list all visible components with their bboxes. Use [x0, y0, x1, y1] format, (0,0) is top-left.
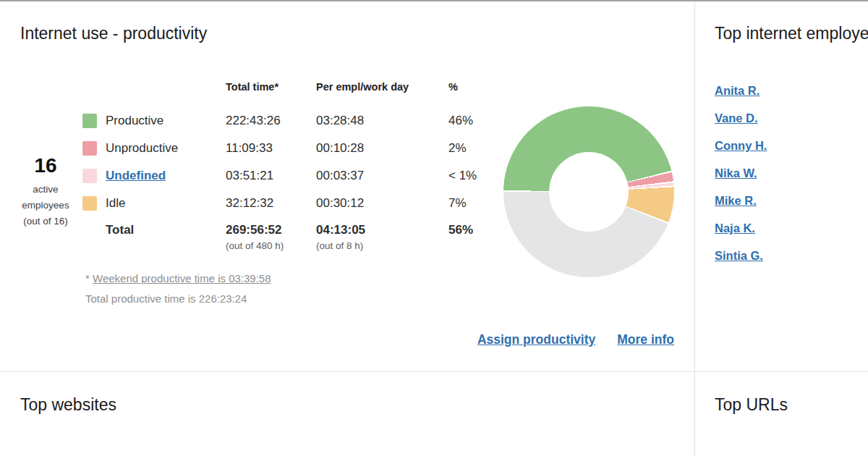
employee-link[interactable]: Vane D.: [715, 111, 758, 124]
total-label: Total: [106, 222, 226, 238]
undefined-swatch: [82, 169, 97, 183]
row-total-time: 11:09:33: [226, 141, 316, 156]
employee-link[interactable]: Mike R.: [715, 194, 757, 207]
employee-link[interactable]: Nika W.: [715, 166, 757, 180]
row-total-time: 03:51:21: [226, 169, 316, 183]
table-row-undefined: Undefined 03:51:21 00:03:37 < 1%: [82, 162, 521, 190]
total-productive-footnote: Total productive time is 226:23:24: [85, 292, 271, 305]
top-border-line: [0, 0, 868, 1]
header-per-empl: Per empl/work day: [316, 81, 448, 93]
active-employees-summary: 16 active employees (out of 16): [13, 154, 78, 229]
table-header-row: Total time* Per empl/work day %: [82, 81, 521, 107]
employee-list-item: Conny H.: [715, 139, 767, 166]
employee-list-item: Nika W.: [715, 166, 767, 194]
action-links: Assign productivity More info: [405, 332, 674, 347]
top-employees-panel-title: Top internet employees: [715, 24, 868, 43]
more-info-link[interactable]: More info: [617, 332, 674, 347]
header-total-time: Total time*: [226, 81, 316, 93]
active-employees-line1: active: [13, 182, 78, 198]
total-time-note: (out of 480 h): [226, 240, 316, 252]
employee-link[interactable]: Conny H.: [715, 139, 767, 152]
row-total-time: 222:43:26: [226, 114, 316, 128]
row-per-empl: 00:10:28: [316, 141, 448, 156]
idle-swatch: [82, 196, 97, 211]
row-per-empl: 00:30:12: [316, 196, 448, 211]
top-employees-list: Anita R. Vane D. Conny H. Nika W. Mike R…: [715, 84, 767, 276]
top-urls-panel-title: Top URLs: [715, 395, 788, 415]
total-total-time: 269:56:52: [226, 222, 316, 238]
table-row-productive: Productive 222:43:26 03:28:48 46%: [82, 107, 521, 135]
table-row-total: Total 269:56:52 (out of 480 h) 04:13:05 …: [82, 222, 521, 252]
weekend-footnote-link[interactable]: Weekend productive time is 03:39:58: [93, 272, 271, 284]
horizontal-divider: [0, 371, 868, 372]
per-empl-note: (out of 8 h): [316, 240, 448, 252]
employee-list-item: Naja K.: [715, 221, 767, 249]
productivity-panel-title: Internet use - productivity: [20, 24, 207, 43]
table-row-unproductive: Unproductive 11:09:33 00:10:28 2%: [82, 135, 521, 162]
total-per-empl: 04:13:05: [316, 222, 448, 238]
employee-link[interactable]: Naja K.: [715, 221, 755, 235]
undefined-link[interactable]: Undefined: [106, 169, 166, 182]
active-employees-line2: employees: [13, 198, 78, 214]
row-percent: 2%: [448, 141, 521, 156]
dashboard: Internet use - productivity 16 active em…: [0, 0, 868, 456]
row-label: Productive: [106, 114, 226, 128]
row-per-empl: 00:03:37: [316, 169, 448, 183]
header-percent: %: [448, 81, 521, 93]
employee-list-item: Mike R.: [715, 194, 767, 221]
active-employees-count: 16: [13, 154, 78, 177]
top-websites-panel-title: Top websites: [20, 395, 116, 415]
employee-list-item: Sintia G.: [715, 249, 767, 276]
active-employees-line3: (out of 16): [13, 214, 78, 229]
employee-link[interactable]: Anita R.: [715, 84, 760, 97]
row-total-time: 32:12:32: [226, 196, 316, 211]
row-label: Unproductive: [106, 141, 226, 156]
productivity-donut-chart[interactable]: [503, 106, 674, 277]
footnotes: * Weekend productive time is 03:39:58 To…: [85, 272, 271, 305]
employee-list-item: Vane D.: [715, 111, 767, 139]
row-label: Idle: [106, 196, 226, 211]
vertical-divider: [694, 1, 695, 456]
row-per-empl: 03:28:48: [316, 114, 448, 128]
unproductive-swatch: [82, 141, 97, 156]
table-row-idle: Idle 32:12:32 00:30:12 7%: [82, 190, 521, 217]
assign-productivity-link[interactable]: Assign productivity: [477, 332, 595, 347]
weekend-footnote: * Weekend productive time is 03:39:58: [85, 272, 271, 284]
productive-swatch: [82, 114, 97, 128]
employee-list-item: Anita R.: [715, 84, 767, 111]
row-percent: 46%: [448, 114, 521, 128]
employee-link[interactable]: Sintia G.: [715, 249, 763, 262]
productivity-table: Total time* Per empl/work day % Producti…: [82, 81, 521, 252]
